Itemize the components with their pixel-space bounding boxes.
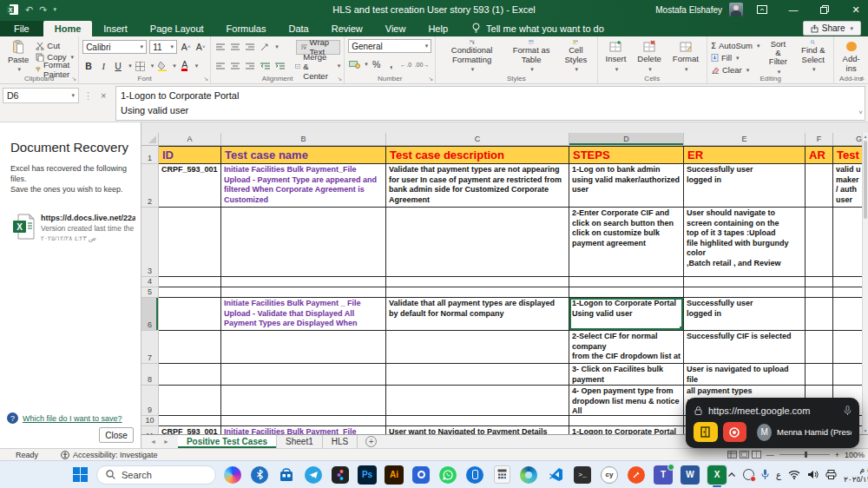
cell-F5[interactable] <box>806 287 833 298</box>
cell-A9[interactable] <box>159 386 221 416</box>
column-header-B[interactable]: B <box>221 133 386 145</box>
tab-data[interactable]: Data <box>277 21 319 36</box>
cell-C3[interactable] <box>386 208 569 277</box>
decrease-decimal-button[interactable]: .00→ <box>415 58 430 71</box>
row-header-9[interactable]: 9 <box>141 386 159 416</box>
conditional-formatting-button[interactable]: ≠ Conditional Formatting▾ <box>439 39 504 74</box>
cell-A2[interactable]: CRPF_593_001 <box>159 164 221 208</box>
font-color-button[interactable]: A <box>179 60 191 73</box>
borders-button[interactable] <box>135 60 147 73</box>
cell-D9[interactable]: 4- Open payment type from dropdown list … <box>569 386 684 416</box>
cell-E6[interactable]: Successfully user logged in <box>684 298 806 331</box>
increase-decimal-button[interactable]: ←.0 <box>400 58 412 71</box>
underline-button[interactable]: U <box>112 60 124 73</box>
whatsapp-icon[interactable] <box>437 465 458 485</box>
cell-D10[interactable] <box>569 416 684 426</box>
comma-style-button[interactable]: , <box>385 58 398 71</box>
recorder-tray-icon[interactable] <box>743 469 754 480</box>
scrollbar-thumb[interactable] <box>864 141 867 219</box>
sheet-tab-positive-test-cases[interactable]: Positive Test Cases <box>178 435 277 448</box>
cell-B4[interactable] <box>221 277 386 287</box>
cell-F8[interactable] <box>806 364 833 386</box>
taskbar-search[interactable]: Search <box>96 465 216 485</box>
cell-C6[interactable]: Validate that all payment types are disp… <box>386 298 569 331</box>
row-header-6[interactable]: 6 <box>141 298 159 331</box>
page-break-view-button[interactable] <box>752 451 761 458</box>
cell-B1[interactable]: Test case name <box>221 146 386 164</box>
cell-D11[interactable]: 1-Logon to Corporate Portal <box>569 426 684 434</box>
recovered-file-item[interactable]: X https://d.docs.live.net/22a9... Versio… <box>0 195 141 242</box>
align-bottom-button[interactable] <box>244 41 256 54</box>
accounting-format-button[interactable] <box>348 58 360 71</box>
cell-D7[interactable]: 2-Select CIF for normal company from the… <box>569 331 684 364</box>
cell-B6[interactable]: Initiate Facilities Bulk Payment _ File … <box>221 298 386 331</box>
cell-C4[interactable] <box>386 277 569 287</box>
column-header-C[interactable]: C <box>386 133 569 145</box>
cell-E4[interactable] <box>684 277 806 287</box>
tab-help[interactable]: Help <box>417 21 459 36</box>
cell-B2[interactable]: Initiate Facilities Bulk Payment_File Up… <box>221 164 386 208</box>
row-header-3[interactable]: 3 <box>141 208 159 277</box>
cell-F3[interactable] <box>806 208 833 277</box>
calculator-icon[interactable] <box>491 465 512 485</box>
phone-link-icon[interactable] <box>464 465 485 485</box>
tab-page-layout[interactable]: Page Layout <box>139 21 215 36</box>
row-header-4[interactable]: 4 <box>141 277 159 287</box>
row-header-7[interactable]: 7 <box>141 331 159 364</box>
photoshop-icon[interactable]: Ps <box>357 465 378 485</box>
zoom-out-button[interactable]: — <box>766 451 774 459</box>
cell-C5[interactable] <box>386 287 569 298</box>
terminal-icon[interactable]: >_ <box>572 465 593 485</box>
edge-icon[interactable] <box>518 465 539 485</box>
cell-A5[interactable] <box>159 287 221 298</box>
fill-button[interactable]: Fill▾ <box>711 53 760 63</box>
cell-B10[interactable] <box>221 416 386 426</box>
recovery-close-button[interactable]: Close <box>99 427 134 443</box>
paste-button[interactable]: Paste▾ <box>3 39 33 74</box>
cell-A11[interactable]: CRPF_593_001 <box>159 426 221 434</box>
cell-D4[interactable] <box>569 277 684 287</box>
normal-view-button[interactable] <box>727 451 737 458</box>
sheet-tab-sheet1[interactable]: Sheet1 <box>277 435 323 448</box>
cell-E2[interactable]: Successfully user logged in <box>684 164 806 208</box>
cell-F6[interactable] <box>806 298 833 331</box>
mic-tray-icon[interactable] <box>761 469 769 480</box>
cell-A10[interactable] <box>159 416 221 426</box>
row-header-11[interactable]: 11 <box>141 426 159 434</box>
align-left-button[interactable] <box>214 60 227 73</box>
zoom-level[interactable]: 100% <box>845 451 865 459</box>
fill-color-button[interactable] <box>156 60 168 73</box>
excel-taskbar-icon[interactable]: X <box>707 465 727 485</box>
italic-button[interactable]: I <box>97 60 109 73</box>
cell-D6[interactable]: 1-Logon to Corporate Portal Using valid … <box>569 298 684 331</box>
cell-styles-button[interactable]: Cell Styles▾ <box>558 39 593 74</box>
qat-customize-button[interactable]: ▾ <box>53 6 56 13</box>
cell-F7[interactable] <box>806 331 833 364</box>
cy-app-icon[interactable]: cy <box>599 465 620 485</box>
accessibility-status[interactable]: Accessibility: Investigate <box>61 451 158 459</box>
align-top-button[interactable] <box>214 41 227 54</box>
bluetooth-icon[interactable] <box>249 465 270 485</box>
cell-D5[interactable] <box>569 287 684 298</box>
cell-B7[interactable] <box>221 331 386 364</box>
copilot-icon[interactable] <box>222 465 243 485</box>
cell-C2[interactable]: Validate that payment types are not appe… <box>386 164 569 208</box>
teams-icon[interactable]: T <box>653 465 674 485</box>
cell-B3[interactable] <box>221 208 386 277</box>
tab-file[interactable]: File <box>0 21 43 36</box>
tab-review[interactable]: Review <box>320 21 374 36</box>
printer-tray-icon[interactable] <box>825 470 837 479</box>
increase-indent-button[interactable] <box>273 60 286 73</box>
cell-B5[interactable] <box>221 287 386 298</box>
minimize-button[interactable]: — <box>781 0 806 19</box>
cell-E3[interactable]: User should navigate to screen containin… <box>684 208 806 277</box>
cell-E5[interactable] <box>684 287 806 298</box>
tab-view[interactable]: View <box>374 21 418 36</box>
row-header-2[interactable]: 2 <box>141 164 159 208</box>
tab-formulas[interactable]: Formulas <box>215 21 278 36</box>
close-button[interactable]: ✕ <box>844 0 868 19</box>
cell-B8[interactable] <box>221 364 386 386</box>
cell-F4[interactable] <box>806 277 833 287</box>
cell-C1[interactable]: Test case description <box>386 146 569 164</box>
cell-F1[interactable]: AR <box>806 146 833 164</box>
